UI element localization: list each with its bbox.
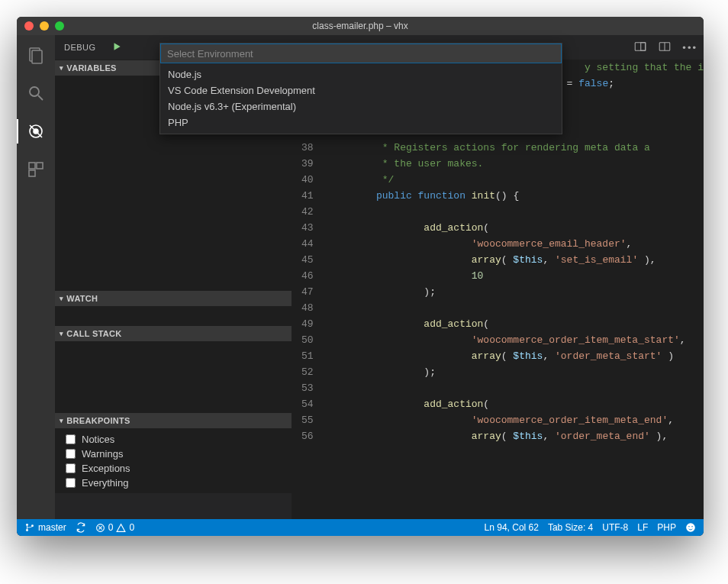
watch-body bbox=[55, 307, 292, 325]
svg-rect-11 bbox=[641, 42, 646, 50]
encoding[interactable]: UTF-8 bbox=[602, 522, 628, 533]
cursor-position[interactable]: Ln 94, Col 62 bbox=[485, 522, 539, 533]
breakpoints-section-header[interactable]: ▾ BREAKPOINTS bbox=[55, 412, 292, 429]
callstack-label: CALL STACK bbox=[66, 329, 121, 338]
start-debug-button[interactable] bbox=[111, 41, 122, 53]
explorer-icon[interactable] bbox=[25, 44, 47, 66]
eol[interactable]: LF bbox=[637, 522, 648, 533]
svg-rect-1 bbox=[32, 50, 42, 63]
git-branch[interactable]: master bbox=[24, 522, 66, 533]
language-mode[interactable]: PHP bbox=[657, 522, 676, 533]
breakpoint-checkbox[interactable] bbox=[66, 478, 76, 488]
breakpoint-label: Notices bbox=[82, 434, 114, 445]
breakpoints-label: BREAKPOINTS bbox=[66, 416, 130, 425]
app-window: class-emailer.php – vhx DEBUG bbox=[17, 17, 704, 536]
close-button[interactable] bbox=[24, 21, 34, 31]
split-editor-icon[interactable] bbox=[658, 40, 672, 56]
quickpick-item[interactable]: PHP bbox=[160, 115, 562, 131]
svg-point-14 bbox=[26, 524, 28, 526]
callstack-section-header[interactable]: ▾ CALL STACK bbox=[55, 325, 292, 342]
maximize-button[interactable] bbox=[55, 21, 64, 31]
debug-icon[interactable] bbox=[25, 121, 47, 142]
svg-point-15 bbox=[26, 529, 28, 531]
debug-label: DEBUG bbox=[64, 43, 96, 52]
breakpoint-item[interactable]: Notices bbox=[55, 432, 292, 447]
branch-name: master bbox=[38, 522, 66, 533]
errors-count: 0 bbox=[108, 522, 114, 533]
more-actions-icon[interactable]: ••• bbox=[682, 42, 697, 53]
sync-icon[interactable] bbox=[76, 522, 86, 533]
svg-point-2 bbox=[30, 87, 39, 96]
traffic-lights bbox=[24, 21, 64, 31]
breakpoint-checkbox[interactable] bbox=[66, 449, 76, 459]
breakpoints-body: NoticesWarningsExceptionsEverything bbox=[55, 429, 292, 493]
search-icon[interactable] bbox=[25, 82, 47, 104]
feedback-icon[interactable] bbox=[685, 522, 696, 533]
breakpoint-label: Warnings bbox=[82, 448, 123, 460]
breakpoint-item[interactable]: Everything bbox=[55, 476, 292, 490]
svg-rect-7 bbox=[29, 163, 35, 169]
environment-quickpick: Select Environment Node.jsVS Code Extens… bbox=[159, 43, 562, 134]
toggle-panel-icon[interactable] bbox=[633, 40, 647, 56]
tab-size[interactable]: Tab Size: 4 bbox=[548, 522, 593, 533]
warnings-count: 0 bbox=[129, 522, 134, 533]
window-title: class-emailer.php – vhx bbox=[17, 21, 704, 31]
minimize-button[interactable] bbox=[40, 21, 49, 31]
chevron-down-icon: ▾ bbox=[60, 295, 63, 302]
variables-label: VARIABLES bbox=[66, 63, 116, 73]
svg-rect-9 bbox=[29, 170, 35, 176]
breakpoint-label: Exceptions bbox=[82, 463, 130, 474]
breakpoint-checkbox[interactable] bbox=[66, 434, 76, 444]
problems-status[interactable]: 0 0 bbox=[95, 522, 134, 533]
watch-section-header[interactable]: ▾ WATCH bbox=[55, 290, 292, 307]
svg-rect-8 bbox=[37, 163, 43, 169]
svg-line-3 bbox=[38, 95, 43, 100]
quickpick-item[interactable]: VS Code Extension Development bbox=[160, 82, 562, 98]
quickpick-placeholder: Select Environment bbox=[167, 48, 253, 60]
chevron-down-icon: ▾ bbox=[60, 330, 63, 337]
breakpoint-checkbox[interactable] bbox=[66, 463, 76, 473]
watch-label: WATCH bbox=[66, 294, 98, 303]
quickpick-input[interactable]: Select Environment bbox=[160, 44, 562, 63]
svg-rect-10 bbox=[636, 42, 646, 50]
callstack-body bbox=[55, 342, 292, 412]
titlebar: class-emailer.php – vhx bbox=[17, 17, 704, 35]
chevron-down-icon: ▾ bbox=[60, 417, 63, 424]
chevron-down-icon: ▾ bbox=[60, 64, 63, 72]
svg-point-20 bbox=[686, 523, 695, 532]
quickpick-list: Node.jsVS Code Extension DevelopmentNode… bbox=[160, 63, 562, 134]
breakpoint-item[interactable]: Exceptions bbox=[55, 461, 292, 476]
svg-point-21 bbox=[688, 526, 690, 528]
activity-bar bbox=[17, 35, 55, 519]
quickpick-item[interactable]: Node.js bbox=[160, 66, 562, 82]
svg-point-22 bbox=[691, 526, 693, 528]
breakpoint-item[interactable]: Warnings bbox=[55, 447, 292, 461]
breakpoint-label: Everything bbox=[82, 477, 128, 489]
quickpick-item[interactable]: Node.js v6.3+ (Experimental) bbox=[160, 98, 562, 115]
svg-point-6 bbox=[34, 129, 38, 134]
statusbar: master 0 0 Ln 94, Col 62 Tab Size: 4 UTF… bbox=[17, 519, 704, 536]
extensions-icon[interactable] bbox=[25, 159, 47, 180]
